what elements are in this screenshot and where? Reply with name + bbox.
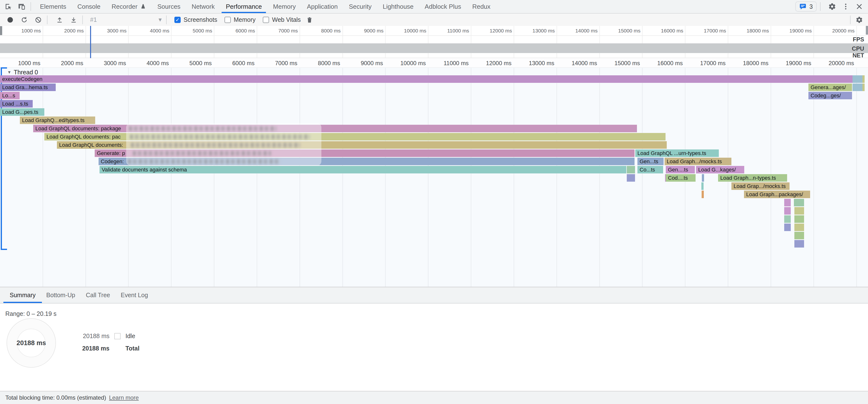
checkbox-memory[interactable]: Memory xyxy=(224,16,255,23)
flame-bar-validate-documents-against-schema[interactable]: Validate documents against schema xyxy=(99,166,626,174)
flame-bar-lo-s[interactable]: Lo...s xyxy=(0,92,20,99)
learn-more-link[interactable]: Learn more xyxy=(109,394,139,401)
flame-bar[interactable] xyxy=(852,84,862,91)
flame-bar-load-graph-n-types-ts[interactable]: Load Graph...n-types.ts xyxy=(718,174,787,182)
flame-bar-genera-ages[interactable]: Genera...ages/ xyxy=(808,84,852,91)
scrollbar-thumb[interactable] xyxy=(866,26,868,35)
capture-settings-gear-icon[interactable] xyxy=(854,14,865,25)
overview-tick-label: 3000 ms xyxy=(90,28,126,34)
checkbox-screenshots[interactable]: ✓Screenshots xyxy=(175,16,217,23)
tab-performance[interactable]: Performance xyxy=(220,0,268,13)
flame-bar-load-grap-mocks-ts[interactable]: Load Grap.../mocks.ts xyxy=(732,182,789,190)
flame-bar[interactable] xyxy=(795,232,804,239)
recording-select[interactable]: #1 ▼ xyxy=(90,16,163,23)
tab-summary[interactable]: Summary xyxy=(6,287,39,303)
flame-bar-load-graph-mocks-ts[interactable]: Load Graph.../mocks.ts xyxy=(664,158,732,165)
flame-bar[interactable] xyxy=(795,240,804,248)
overview-tick-label: 2000 ms xyxy=(48,28,84,34)
tab-network[interactable]: Network xyxy=(186,0,220,13)
load-profile-button[interactable] xyxy=(54,14,65,25)
overview-left-handle[interactable] xyxy=(0,26,2,35)
flame-bar-co-ts[interactable]: Co...ts xyxy=(638,166,663,174)
capture-option-checkboxes: ✓ScreenshotsMemoryWeb Vitals xyxy=(175,16,301,23)
tab-adblock-plus[interactable]: Adblock Plus xyxy=(419,0,467,13)
gridline xyxy=(86,58,86,287)
legend-value: 20188 ms xyxy=(81,333,110,340)
flame-tick-label: 7000 ms xyxy=(259,60,298,67)
flame-bar-load-graphql-documents-package[interactable]: Load GraphQL documents: package xyxy=(33,125,637,132)
clear-recording-button[interactable] xyxy=(33,14,43,25)
overview-tick-label: 10000 ms xyxy=(390,28,426,34)
inspect-element-icon[interactable] xyxy=(3,1,13,12)
save-profile-button[interactable] xyxy=(68,14,79,25)
tab-memory[interactable]: Memory xyxy=(268,0,301,13)
fps-track[interactable] xyxy=(0,35,868,44)
gridline xyxy=(771,58,771,287)
flame-bar-load-graphql-urn-types-ts[interactable]: Load GraphQL ...urn-types.ts xyxy=(635,150,719,157)
flame-bar-gen-ts[interactable]: Gen...ts xyxy=(638,158,663,165)
flame-bar-load-s-ts[interactable]: Load ...s.ts xyxy=(0,100,33,107)
tab-bottom-up[interactable]: Bottom-Up xyxy=(43,287,79,303)
tab-lighthouse[interactable]: Lighthouse xyxy=(377,0,419,13)
tab-recorder[interactable]: Recorder xyxy=(106,0,152,13)
delete-recording-icon[interactable] xyxy=(304,14,315,25)
chat-bubble-icon xyxy=(799,3,806,10)
flame-bar[interactable] xyxy=(795,223,804,231)
flame-bar-executecodegen[interactable]: executeCodegen xyxy=(0,75,852,83)
flame-bar-load-gra-hema-ts[interactable]: Load Gra...hema.ts xyxy=(0,84,56,91)
flame-bar[interactable] xyxy=(627,166,635,174)
flame-bar-codeg-ges[interactable]: Codeg...ges/ xyxy=(808,92,852,99)
flame-bar[interactable] xyxy=(627,174,635,182)
cpu-track[interactable] xyxy=(0,43,868,53)
timeline-overview[interactable]: 1000 ms2000 ms3000 ms4000 ms5000 ms6000 … xyxy=(0,26,868,59)
tab-security[interactable]: Security xyxy=(343,0,377,13)
flame-chart[interactable]: 1000 ms2000 ms3000 ms4000 ms5000 ms6000 … xyxy=(0,58,868,287)
flame-bar[interactable] xyxy=(702,182,704,190)
tab-call-tree[interactable]: Call Tree xyxy=(82,287,113,303)
tab-console[interactable]: Console xyxy=(72,0,106,13)
flame-bar[interactable] xyxy=(862,84,865,91)
flame-bar-gen-ts[interactable]: Gen....ts xyxy=(666,166,695,174)
net-track[interactable] xyxy=(0,53,868,58)
flame-bar[interactable] xyxy=(784,199,791,206)
kebab-menu-icon[interactable] xyxy=(840,1,851,12)
flame-bar[interactable] xyxy=(795,215,804,223)
tab-sources[interactable]: Sources xyxy=(152,0,186,13)
tab-elements[interactable]: Elements xyxy=(34,0,72,13)
thread-header[interactable]: ▼ Thread 0 xyxy=(7,69,38,76)
overview-tick-label: 19000 ms xyxy=(775,28,812,34)
flame-bar-cod-ts[interactable]: Cod....ts xyxy=(666,174,695,182)
tab-application[interactable]: Application xyxy=(301,0,343,13)
close-devtools-icon[interactable] xyxy=(854,1,865,12)
flame-bar[interactable] xyxy=(852,75,862,83)
checkbox-box[interactable] xyxy=(224,17,231,23)
overview-tick-label: 14000 ms xyxy=(561,28,598,34)
flame-tick-label: 3000 ms xyxy=(87,60,126,67)
flame-bar[interactable] xyxy=(784,223,791,231)
checkbox-box[interactable] xyxy=(263,17,269,23)
flame-bar[interactable] xyxy=(702,174,704,182)
checkbox-web-vitals[interactable]: Web Vitals xyxy=(263,16,301,23)
device-toolbar-icon[interactable] xyxy=(17,1,27,12)
flame-bar[interactable] xyxy=(784,207,791,215)
tab-label: Redux xyxy=(472,3,490,10)
flame-bar-load-g-kages[interactable]: Load G...kages/ xyxy=(696,166,744,174)
flame-bar-load-g-pes-ts[interactable]: Load G...pes.ts xyxy=(0,108,44,116)
reload-and-record-button[interactable] xyxy=(19,14,30,25)
tab-event-log[interactable]: Event Log xyxy=(118,287,152,303)
flame-bar[interactable] xyxy=(862,75,865,83)
flame-bar[interactable] xyxy=(784,215,791,223)
thread-label: Thread 0 xyxy=(14,69,38,76)
issues-badge[interactable]: 3 xyxy=(795,1,817,12)
flame-bar[interactable] xyxy=(794,199,804,206)
total-blocking-time-text: Total blocking time: 0.00ms (estimated) xyxy=(5,394,106,401)
record-button[interactable] xyxy=(5,14,16,25)
flame-bar-load-graph-packages[interactable]: Load Graph...packages/ xyxy=(744,191,810,198)
flame-tick-label: 19000 ms xyxy=(773,60,811,67)
tab-redux[interactable]: Redux xyxy=(467,0,496,13)
checkbox-box[interactable]: ✓ xyxy=(175,17,181,23)
flame-bar[interactable] xyxy=(795,207,804,215)
settings-gear-icon[interactable] xyxy=(827,1,837,12)
flame-bar[interactable] xyxy=(702,191,704,198)
flame-bar-load-graphq-ed-types-ts[interactable]: Load GraphQ...ed/types.ts xyxy=(20,117,95,124)
